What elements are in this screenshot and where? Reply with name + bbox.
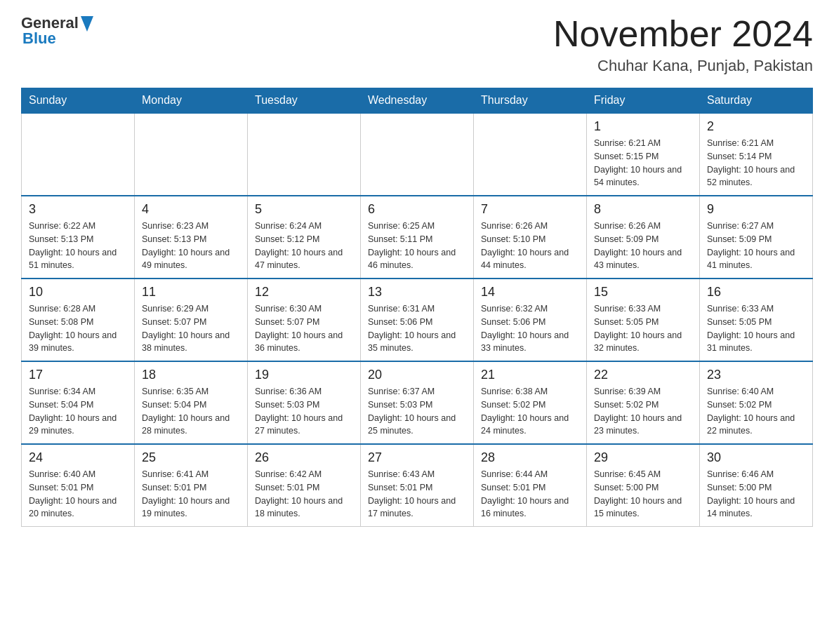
day-info: Sunrise: 6:35 AM Sunset: 5:04 PM Dayligh… [142,385,240,438]
day-info: Sunrise: 6:33 AM Sunset: 5:05 PM Dayligh… [707,302,805,355]
day-info: Sunrise: 6:45 AM Sunset: 5:00 PM Dayligh… [594,468,692,521]
day-number: 7 [481,202,579,217]
calendar-cell: 17Sunrise: 6:34 AM Sunset: 5:04 PM Dayli… [22,361,135,444]
day-info: Sunrise: 6:24 AM Sunset: 5:12 PM Dayligh… [255,220,353,272]
day-number: 3 [29,202,127,217]
day-number: 9 [707,202,805,217]
day-info: Sunrise: 6:41 AM Sunset: 5:01 PM Dayligh… [142,468,240,521]
calendar-cell [361,113,474,196]
day-number: 26 [255,450,353,465]
calendar-cell [474,113,587,196]
calendar-day-header: Thursday [474,88,587,114]
calendar-cell: 25Sunrise: 6:41 AM Sunset: 5:01 PM Dayli… [135,444,248,527]
day-info: Sunrise: 6:38 AM Sunset: 5:02 PM Dayligh… [481,385,579,438]
calendar-cell: 10Sunrise: 6:28 AM Sunset: 5:08 PM Dayli… [22,279,135,361]
calendar-cell [135,113,248,196]
calendar-cell [22,113,135,196]
calendar-cell: 18Sunrise: 6:35 AM Sunset: 5:04 PM Dayli… [135,361,248,444]
day-number: 21 [481,368,579,382]
day-number: 5 [255,202,353,217]
calendar-cell: 2Sunrise: 6:21 AM Sunset: 5:14 PM Daylig… [700,113,813,196]
calendar-header-row: SundayMondayTuesdayWednesdayThursdayFrid… [22,88,813,114]
day-number: 11 [142,285,240,300]
calendar-cell: 29Sunrise: 6:45 AM Sunset: 5:00 PM Dayli… [587,444,700,527]
calendar-cell: 8Sunrise: 6:26 AM Sunset: 5:09 PM Daylig… [587,196,700,279]
calendar-cell: 22Sunrise: 6:39 AM Sunset: 5:02 PM Dayli… [587,361,700,444]
day-number: 27 [368,450,466,465]
logo-blue: Blue [22,29,56,48]
day-number: 22 [594,368,692,382]
calendar-cell: 27Sunrise: 6:43 AM Sunset: 5:01 PM Dayli… [361,444,474,527]
day-number: 8 [594,202,692,217]
calendar-day-header: Friday [587,88,700,114]
day-info: Sunrise: 6:33 AM Sunset: 5:05 PM Dayligh… [594,302,692,355]
header-right: November 2024 Chuhar Kana, Punjab, Pakis… [553,14,813,75]
calendar-week-row: 10Sunrise: 6:28 AM Sunset: 5:08 PM Dayli… [22,279,813,361]
day-info: Sunrise: 6:39 AM Sunset: 5:02 PM Dayligh… [594,385,692,438]
day-number: 28 [481,450,579,465]
day-number: 6 [368,202,466,217]
calendar-week-row: 24Sunrise: 6:40 AM Sunset: 5:01 PM Dayli… [22,444,813,527]
day-info: Sunrise: 6:32 AM Sunset: 5:06 PM Dayligh… [481,302,579,355]
calendar-cell: 4Sunrise: 6:23 AM Sunset: 5:13 PM Daylig… [135,196,248,279]
calendar-cell: 3Sunrise: 6:22 AM Sunset: 5:13 PM Daylig… [22,196,135,279]
calendar-cell: 20Sunrise: 6:37 AM Sunset: 5:03 PM Dayli… [361,361,474,444]
svg-marker-0 [81,16,93,32]
day-info: Sunrise: 6:30 AM Sunset: 5:07 PM Dayligh… [255,302,353,355]
calendar-cell: 30Sunrise: 6:46 AM Sunset: 5:00 PM Dayli… [700,444,813,527]
day-info: Sunrise: 6:43 AM Sunset: 5:01 PM Dayligh… [368,468,466,521]
calendar-week-row: 1Sunrise: 6:21 AM Sunset: 5:15 PM Daylig… [22,113,813,196]
day-info: Sunrise: 6:44 AM Sunset: 5:01 PM Dayligh… [481,468,579,521]
calendar-cell: 28Sunrise: 6:44 AM Sunset: 5:01 PM Dayli… [474,444,587,527]
day-info: Sunrise: 6:40 AM Sunset: 5:01 PM Dayligh… [29,468,127,521]
day-number: 10 [29,285,127,300]
calendar-cell: 12Sunrise: 6:30 AM Sunset: 5:07 PM Dayli… [248,279,361,361]
day-info: Sunrise: 6:36 AM Sunset: 5:03 PM Dayligh… [255,385,353,438]
day-number: 23 [707,368,805,382]
day-info: Sunrise: 6:27 AM Sunset: 5:09 PM Dayligh… [707,220,805,272]
calendar-cell: 16Sunrise: 6:33 AM Sunset: 5:05 PM Dayli… [700,279,813,361]
day-number: 12 [255,285,353,300]
calendar-day-header: Wednesday [361,88,474,114]
day-number: 20 [368,368,466,382]
day-info: Sunrise: 6:25 AM Sunset: 5:11 PM Dayligh… [368,220,466,272]
day-info: Sunrise: 6:21 AM Sunset: 5:15 PM Dayligh… [594,137,692,189]
calendar-week-row: 17Sunrise: 6:34 AM Sunset: 5:04 PM Dayli… [22,361,813,444]
calendar-cell: 1Sunrise: 6:21 AM Sunset: 5:15 PM Daylig… [587,113,700,196]
page-header: General Blue November 2024 Chuhar Kana, … [21,14,813,75]
day-info: Sunrise: 6:29 AM Sunset: 5:07 PM Dayligh… [142,302,240,355]
day-info: Sunrise: 6:31 AM Sunset: 5:06 PM Dayligh… [368,302,466,355]
logo-triangle-icon [81,16,93,32]
day-number: 13 [368,285,466,300]
day-info: Sunrise: 6:23 AM Sunset: 5:13 PM Dayligh… [142,220,240,272]
calendar-cell: 19Sunrise: 6:36 AM Sunset: 5:03 PM Dayli… [248,361,361,444]
calendar-cell: 11Sunrise: 6:29 AM Sunset: 5:07 PM Dayli… [135,279,248,361]
day-number: 15 [594,285,692,300]
calendar-cell: 23Sunrise: 6:40 AM Sunset: 5:02 PM Dayli… [700,361,813,444]
day-number: 16 [707,285,805,300]
calendar-day-header: Monday [135,88,248,114]
day-number: 4 [142,202,240,217]
calendar-cell: 24Sunrise: 6:40 AM Sunset: 5:01 PM Dayli… [22,444,135,527]
month-title: November 2024 [553,14,813,54]
day-info: Sunrise: 6:28 AM Sunset: 5:08 PM Dayligh… [29,302,127,355]
day-number: 17 [29,368,127,382]
day-info: Sunrise: 6:37 AM Sunset: 5:03 PM Dayligh… [368,385,466,438]
calendar-cell: 26Sunrise: 6:42 AM Sunset: 5:01 PM Dayli… [248,444,361,527]
day-number: 19 [255,368,353,382]
day-number: 30 [707,450,805,465]
day-info: Sunrise: 6:21 AM Sunset: 5:14 PM Dayligh… [707,137,805,189]
calendar-table: SundayMondayTuesdayWednesdayThursdayFrid… [21,88,813,527]
calendar-cell: 14Sunrise: 6:32 AM Sunset: 5:06 PM Dayli… [474,279,587,361]
calendar-cell [248,113,361,196]
day-number: 18 [142,368,240,382]
calendar-cell: 21Sunrise: 6:38 AM Sunset: 5:02 PM Dayli… [474,361,587,444]
calendar-cell: 15Sunrise: 6:33 AM Sunset: 5:05 PM Dayli… [587,279,700,361]
location-title: Chuhar Kana, Punjab, Pakistan [553,57,813,75]
day-info: Sunrise: 6:26 AM Sunset: 5:10 PM Dayligh… [481,220,579,272]
day-info: Sunrise: 6:46 AM Sunset: 5:00 PM Dayligh… [707,468,805,521]
calendar-cell: 7Sunrise: 6:26 AM Sunset: 5:10 PM Daylig… [474,196,587,279]
day-info: Sunrise: 6:22 AM Sunset: 5:13 PM Dayligh… [29,220,127,272]
calendar-week-row: 3Sunrise: 6:22 AM Sunset: 5:13 PM Daylig… [22,196,813,279]
calendar-day-header: Saturday [700,88,813,114]
